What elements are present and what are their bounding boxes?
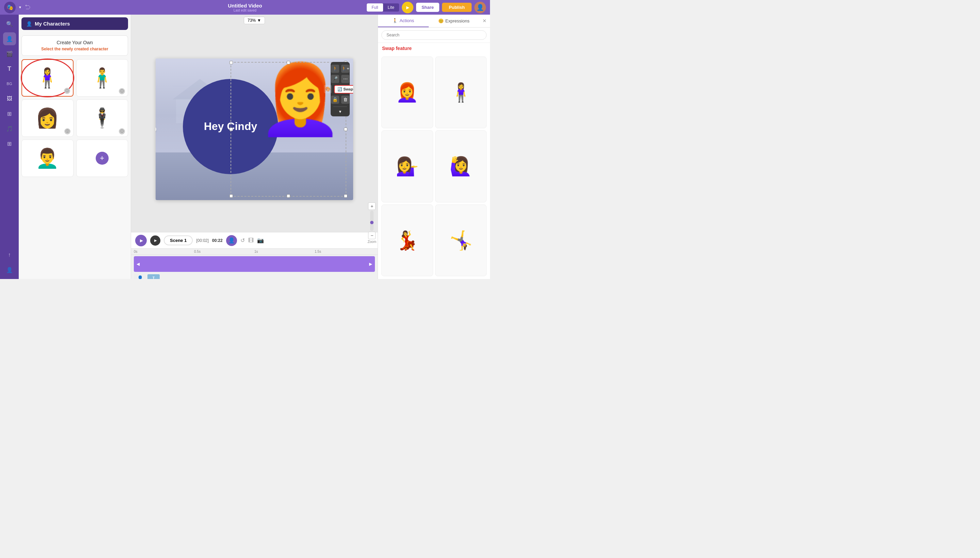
right-char-3[interactable]: 💁‍♀️ <box>381 130 433 202</box>
ctx-row-4: 🔒 🗑 <box>331 95 349 104</box>
video-title[interactable]: Untitled Video <box>228 3 262 8</box>
track-arrow-right[interactable]: ▶ <box>369 262 372 266</box>
user-avatar[interactable]: 👤 <box>474 2 486 13</box>
scene-icon[interactable]: ⊞ <box>3 107 16 120</box>
ctx-trash-icon[interactable]: 🗑 <box>341 95 349 104</box>
image-icon[interactable]: 🖼 <box>3 92 16 105</box>
right-panel: 🚶 Actions 😊 Expressions ✕ Swap feature 👩… <box>378 15 490 279</box>
tab-expressions[interactable]: 😊 Expressions <box>429 15 479 27</box>
topbar-left: 🎭 ▼ ⮌ <box>4 2 31 13</box>
zoom-plus-button[interactable]: + <box>368 202 376 210</box>
canvas-character[interactable]: 👩‍🦰 <box>258 65 343 133</box>
ctx-palette-icon[interactable]: 🎨 <box>324 85 332 93</box>
share-button[interactable]: Share <box>416 3 439 12</box>
zoom-label: Zoom <box>367 240 376 244</box>
ctx-row-3: 🎨 🔄 Swap <box>324 85 353 94</box>
zoom-badge[interactable]: 73% ▼ <box>244 17 265 24</box>
view-toggle: Full Lite <box>367 3 399 11</box>
character-avatar-pb[interactable]: 👤 <box>226 235 237 246</box>
ctx-dots-icon[interactable]: ⋯ <box>341 75 349 83</box>
ctx-divider <box>333 107 347 107</box>
swap-feature-label: Swap feature <box>378 43 490 54</box>
right-search <box>378 28 490 43</box>
char-info-4[interactable]: ⓘ <box>119 128 125 135</box>
right-char-fig-2: 🧍‍♀️ <box>450 82 472 103</box>
ctx-lock-icon[interactable]: 🔒 <box>331 95 339 104</box>
right-char-4[interactable]: 🙋‍♀️ <box>435 130 487 202</box>
char-card-2[interactable]: 🧍‍♂️ ⓘ <box>76 59 128 97</box>
icon-bar: 🔍 👤 🎬 T BG 🖼 ⊞ 🎵 ⊞ ↑ 👤 <box>0 15 19 279</box>
full-toggle[interactable]: Full <box>367 3 383 11</box>
char-figure-3: 👩 <box>35 107 59 129</box>
add-char-card: + <box>76 140 128 177</box>
char-card-3[interactable]: 👩 ⓘ <box>21 99 74 137</box>
background-icon[interactable]: BG <box>3 77 16 90</box>
effects-icon[interactable]: ⊞ <box>3 137 16 150</box>
actions-icon: 🚶 <box>392 18 398 23</box>
user-icon-bottom[interactable]: 👤 <box>3 263 16 276</box>
add-character-button[interactable]: + <box>96 152 109 165</box>
right-char-1[interactable]: 👩‍🦰 <box>381 56 433 128</box>
thumb-char-1[interactable]: 👤 <box>134 274 146 279</box>
canvas-scene[interactable]: Hey Cindy 👩‍🦰 <box>156 59 353 200</box>
ctx-expand-icon[interactable]: ▼ <box>338 110 342 114</box>
ruler-0s: 0s <box>134 250 194 253</box>
zoom-value: 73% <box>247 18 256 23</box>
upload-icon[interactable]: ↑ <box>3 248 16 261</box>
scene-play-button[interactable] <box>150 235 160 246</box>
char-info-2[interactable]: ⓘ <box>119 88 125 94</box>
context-menu: 🚶 🚶+ 🎤 ⋯ 🎨 🔄 Swap <box>331 62 350 117</box>
char-card-4[interactable]: 🕴️ ⓘ <box>76 99 128 137</box>
refresh-icon[interactable]: ↺ <box>240 237 245 244</box>
right-char-fig-6: 🤸‍♀️ <box>450 230 472 251</box>
char-figure-4: 🕴️ <box>90 107 114 129</box>
scene-label[interactable]: Scene 1 <box>164 235 193 245</box>
right-char-fig-1: 👩‍🦰 <box>396 82 418 103</box>
swap-button[interactable]: 🔄 Swap <box>334 85 353 94</box>
ctx-person-icon[interactable]: 🚶 <box>331 65 339 73</box>
media-icon[interactable]: 🎬 <box>3 47 16 60</box>
thumb-text[interactable]: T <box>147 274 160 279</box>
create-own-title: Create Your Own <box>26 40 124 45</box>
create-own-box[interactable]: Create Your Own Select the newly created… <box>21 35 128 56</box>
char-figure-2: 🧍‍♂️ <box>90 67 114 89</box>
search-input[interactable] <box>381 30 487 40</box>
char-info-3[interactable]: ⓘ <box>64 128 71 135</box>
search-icon-sidebar[interactable]: 🔍 <box>3 17 16 30</box>
right-char-6[interactable]: 🤸‍♀️ <box>435 205 487 276</box>
right-char-2[interactable]: 🧍‍♀️ <box>435 56 487 128</box>
music-icon[interactable]: 🎵 <box>3 122 16 135</box>
ctx-row-1: 🚶 🚶+ <box>331 65 349 73</box>
zoom-minus-button[interactable]: − <box>368 232 376 239</box>
timeline-track[interactable]: ◀ ▶ <box>134 256 375 272</box>
tab-actions[interactable]: 🚶 Actions <box>378 15 429 27</box>
ruler-15s: 1.5s <box>315 250 375 253</box>
ctx-row-2: 🎤 ⋯ <box>331 75 349 83</box>
panel-close-button[interactable]: ✕ <box>479 15 490 27</box>
publish-button[interactable]: Publish <box>442 3 472 12</box>
right-char-5[interactable]: 💃 <box>381 205 433 276</box>
characters-icon[interactable]: 👤 <box>3 32 16 45</box>
camera-icon[interactable]: 📷 <box>257 237 264 244</box>
chars-panel-header: 👤 My Characters <box>21 17 128 30</box>
char-card-1[interactable]: 🧍‍♀️ ⓘ <box>21 59 74 97</box>
lite-toggle[interactable]: Lite <box>383 3 399 11</box>
film-icon[interactable]: 🎞 <box>248 238 254 244</box>
zoom-thumb <box>370 221 374 224</box>
logo[interactable]: 🎭 <box>4 2 16 13</box>
undo-icon[interactable]: ⮌ <box>25 4 31 11</box>
logo-dropdown[interactable]: ▼ <box>18 5 22 9</box>
preview-play-button[interactable] <box>402 2 413 13</box>
char-card-5[interactable]: 👨‍🦱 <box>21 140 74 177</box>
track-arrow-left[interactable]: ◀ <box>137 262 140 266</box>
ctx-add-person-icon[interactable]: 🚶+ <box>341 65 349 73</box>
char-info-1[interactable]: ⓘ <box>64 88 70 94</box>
ctx-mic-icon[interactable]: 🎤 <box>331 75 339 83</box>
zoom-dropdown-icon: ▼ <box>257 18 261 23</box>
topbar-center: Untitled Video Last edit saved <box>228 3 262 12</box>
text-icon[interactable]: T <box>3 62 16 75</box>
topbar: 🎭 ▼ ⮌ Untitled Video Last edit saved Ful… <box>0 0 490 15</box>
zoom-slider[interactable] <box>370 211 374 231</box>
main-play-button[interactable] <box>135 235 147 246</box>
canvas-wrapper: Hey Cindy 👩‍🦰 <box>131 26 378 232</box>
